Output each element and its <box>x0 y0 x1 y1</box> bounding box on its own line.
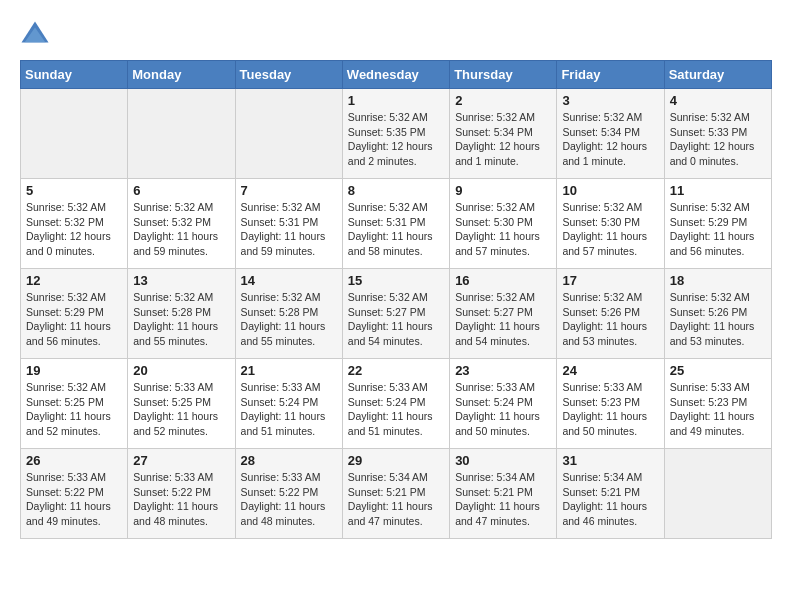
day-info: Sunrise: 5:32 AM Sunset: 5:27 PM Dayligh… <box>348 290 444 349</box>
day-number: 20 <box>133 363 229 378</box>
weekday-header: Monday <box>128 61 235 89</box>
day-number: 18 <box>670 273 766 288</box>
calendar-cell <box>128 89 235 179</box>
day-number: 9 <box>455 183 551 198</box>
day-number: 8 <box>348 183 444 198</box>
day-info: Sunrise: 5:32 AM Sunset: 5:29 PM Dayligh… <box>670 200 766 259</box>
calendar-cell: 2Sunrise: 5:32 AM Sunset: 5:34 PM Daylig… <box>450 89 557 179</box>
calendar-week: 1Sunrise: 5:32 AM Sunset: 5:35 PM Daylig… <box>21 89 772 179</box>
calendar-week: 19Sunrise: 5:32 AM Sunset: 5:25 PM Dayli… <box>21 359 772 449</box>
day-info: Sunrise: 5:33 AM Sunset: 5:23 PM Dayligh… <box>562 380 658 439</box>
day-info: Sunrise: 5:32 AM Sunset: 5:27 PM Dayligh… <box>455 290 551 349</box>
weekday-header: Saturday <box>664 61 771 89</box>
day-info: Sunrise: 5:32 AM Sunset: 5:34 PM Dayligh… <box>455 110 551 169</box>
calendar-cell: 5Sunrise: 5:32 AM Sunset: 5:32 PM Daylig… <box>21 179 128 269</box>
calendar-cell: 21Sunrise: 5:33 AM Sunset: 5:24 PM Dayli… <box>235 359 342 449</box>
calendar-cell: 20Sunrise: 5:33 AM Sunset: 5:25 PM Dayli… <box>128 359 235 449</box>
day-number: 7 <box>241 183 337 198</box>
day-number: 23 <box>455 363 551 378</box>
day-number: 4 <box>670 93 766 108</box>
day-info: Sunrise: 5:32 AM Sunset: 5:28 PM Dayligh… <box>133 290 229 349</box>
calendar-cell: 30Sunrise: 5:34 AM Sunset: 5:21 PM Dayli… <box>450 449 557 539</box>
calendar-cell: 7Sunrise: 5:32 AM Sunset: 5:31 PM Daylig… <box>235 179 342 269</box>
day-info: Sunrise: 5:32 AM Sunset: 5:32 PM Dayligh… <box>133 200 229 259</box>
calendar-cell: 9Sunrise: 5:32 AM Sunset: 5:30 PM Daylig… <box>450 179 557 269</box>
calendar-cell: 3Sunrise: 5:32 AM Sunset: 5:34 PM Daylig… <box>557 89 664 179</box>
calendar-cell: 22Sunrise: 5:33 AM Sunset: 5:24 PM Dayli… <box>342 359 449 449</box>
day-info: Sunrise: 5:34 AM Sunset: 5:21 PM Dayligh… <box>455 470 551 529</box>
calendar-cell <box>664 449 771 539</box>
day-info: Sunrise: 5:33 AM Sunset: 5:24 PM Dayligh… <box>241 380 337 439</box>
calendar-cell: 27Sunrise: 5:33 AM Sunset: 5:22 PM Dayli… <box>128 449 235 539</box>
day-info: Sunrise: 5:32 AM Sunset: 5:31 PM Dayligh… <box>348 200 444 259</box>
calendar-week: 26Sunrise: 5:33 AM Sunset: 5:22 PM Dayli… <box>21 449 772 539</box>
calendar-cell: 17Sunrise: 5:32 AM Sunset: 5:26 PM Dayli… <box>557 269 664 359</box>
calendar-cell: 24Sunrise: 5:33 AM Sunset: 5:23 PM Dayli… <box>557 359 664 449</box>
calendar-cell: 19Sunrise: 5:32 AM Sunset: 5:25 PM Dayli… <box>21 359 128 449</box>
logo-icon <box>20 20 50 50</box>
calendar-cell: 25Sunrise: 5:33 AM Sunset: 5:23 PM Dayli… <box>664 359 771 449</box>
calendar-cell: 29Sunrise: 5:34 AM Sunset: 5:21 PM Dayli… <box>342 449 449 539</box>
day-number: 25 <box>670 363 766 378</box>
day-info: Sunrise: 5:32 AM Sunset: 5:30 PM Dayligh… <box>562 200 658 259</box>
weekday-header: Sunday <box>21 61 128 89</box>
calendar-cell: 13Sunrise: 5:32 AM Sunset: 5:28 PM Dayli… <box>128 269 235 359</box>
weekday-header: Wednesday <box>342 61 449 89</box>
day-number: 2 <box>455 93 551 108</box>
day-number: 26 <box>26 453 122 468</box>
day-number: 11 <box>670 183 766 198</box>
calendar-cell: 23Sunrise: 5:33 AM Sunset: 5:24 PM Dayli… <box>450 359 557 449</box>
page-header <box>20 20 772 50</box>
calendar-cell <box>235 89 342 179</box>
logo <box>20 20 54 50</box>
day-info: Sunrise: 5:32 AM Sunset: 5:26 PM Dayligh… <box>670 290 766 349</box>
calendar-cell: 1Sunrise: 5:32 AM Sunset: 5:35 PM Daylig… <box>342 89 449 179</box>
day-number: 3 <box>562 93 658 108</box>
calendar-week: 12Sunrise: 5:32 AM Sunset: 5:29 PM Dayli… <box>21 269 772 359</box>
calendar-cell: 10Sunrise: 5:32 AM Sunset: 5:30 PM Dayli… <box>557 179 664 269</box>
day-number: 24 <box>562 363 658 378</box>
day-number: 13 <box>133 273 229 288</box>
calendar-cell: 15Sunrise: 5:32 AM Sunset: 5:27 PM Dayli… <box>342 269 449 359</box>
calendar-header: SundayMondayTuesdayWednesdayThursdayFrid… <box>21 61 772 89</box>
day-info: Sunrise: 5:34 AM Sunset: 5:21 PM Dayligh… <box>562 470 658 529</box>
day-number: 29 <box>348 453 444 468</box>
day-number: 6 <box>133 183 229 198</box>
day-info: Sunrise: 5:32 AM Sunset: 5:30 PM Dayligh… <box>455 200 551 259</box>
calendar-cell: 12Sunrise: 5:32 AM Sunset: 5:29 PM Dayli… <box>21 269 128 359</box>
day-number: 14 <box>241 273 337 288</box>
day-info: Sunrise: 5:33 AM Sunset: 5:22 PM Dayligh… <box>241 470 337 529</box>
calendar-cell: 31Sunrise: 5:34 AM Sunset: 5:21 PM Dayli… <box>557 449 664 539</box>
day-info: Sunrise: 5:33 AM Sunset: 5:22 PM Dayligh… <box>26 470 122 529</box>
day-info: Sunrise: 5:33 AM Sunset: 5:23 PM Dayligh… <box>670 380 766 439</box>
calendar-cell: 18Sunrise: 5:32 AM Sunset: 5:26 PM Dayli… <box>664 269 771 359</box>
day-info: Sunrise: 5:34 AM Sunset: 5:21 PM Dayligh… <box>348 470 444 529</box>
calendar-cell: 8Sunrise: 5:32 AM Sunset: 5:31 PM Daylig… <box>342 179 449 269</box>
day-info: Sunrise: 5:32 AM Sunset: 5:35 PM Dayligh… <box>348 110 444 169</box>
calendar-cell: 11Sunrise: 5:32 AM Sunset: 5:29 PM Dayli… <box>664 179 771 269</box>
day-number: 5 <box>26 183 122 198</box>
day-info: Sunrise: 5:33 AM Sunset: 5:24 PM Dayligh… <box>455 380 551 439</box>
calendar-cell: 28Sunrise: 5:33 AM Sunset: 5:22 PM Dayli… <box>235 449 342 539</box>
calendar-table: SundayMondayTuesdayWednesdayThursdayFrid… <box>20 60 772 539</box>
day-info: Sunrise: 5:32 AM Sunset: 5:25 PM Dayligh… <box>26 380 122 439</box>
weekday-header: Thursday <box>450 61 557 89</box>
day-info: Sunrise: 5:32 AM Sunset: 5:26 PM Dayligh… <box>562 290 658 349</box>
day-info: Sunrise: 5:32 AM Sunset: 5:34 PM Dayligh… <box>562 110 658 169</box>
day-info: Sunrise: 5:33 AM Sunset: 5:22 PM Dayligh… <box>133 470 229 529</box>
day-info: Sunrise: 5:33 AM Sunset: 5:24 PM Dayligh… <box>348 380 444 439</box>
day-info: Sunrise: 5:32 AM Sunset: 5:31 PM Dayligh… <box>241 200 337 259</box>
day-info: Sunrise: 5:32 AM Sunset: 5:32 PM Dayligh… <box>26 200 122 259</box>
calendar-cell <box>21 89 128 179</box>
day-number: 15 <box>348 273 444 288</box>
calendar-cell: 26Sunrise: 5:33 AM Sunset: 5:22 PM Dayli… <box>21 449 128 539</box>
calendar-cell: 4Sunrise: 5:32 AM Sunset: 5:33 PM Daylig… <box>664 89 771 179</box>
day-number: 28 <box>241 453 337 468</box>
calendar-cell: 6Sunrise: 5:32 AM Sunset: 5:32 PM Daylig… <box>128 179 235 269</box>
day-info: Sunrise: 5:32 AM Sunset: 5:29 PM Dayligh… <box>26 290 122 349</box>
day-number: 1 <box>348 93 444 108</box>
day-number: 16 <box>455 273 551 288</box>
day-number: 12 <box>26 273 122 288</box>
day-info: Sunrise: 5:32 AM Sunset: 5:28 PM Dayligh… <box>241 290 337 349</box>
day-number: 27 <box>133 453 229 468</box>
